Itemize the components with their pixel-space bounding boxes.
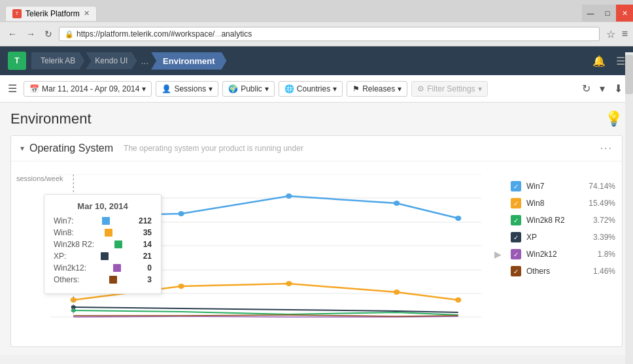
refresh-button[interactable]: ↻ — [579, 80, 593, 97]
tooltip-value: 0 — [147, 263, 152, 273]
filter-settings-icon: ⚙ — [417, 84, 424, 93]
date-range-filter[interactable]: 📅 Mar 11, 2014 - Apr 09, 2014 ▾ — [24, 81, 152, 97]
app-menu-icon[interactable]: ☰ — [616, 55, 625, 67]
countries-filter[interactable]: 🌐 Countries ▾ — [279, 81, 343, 97]
chart-title: Operating System — [29, 142, 113, 154]
chart-body: sessions/week Mar 10, 2014 Win7: 212 Win… — [11, 161, 622, 346]
chart-card: ▾ Operating System The operating system … — [10, 135, 623, 347]
tooltip-row: Win7: 212 — [54, 216, 152, 225]
tooltip-value: 3 — [147, 275, 152, 284]
tooltip-date: Mar 10, 2014 — [54, 201, 152, 211]
tooltip-color-swatch — [113, 264, 121, 272]
legend-item: ✓ Win2k12 1.8% — [511, 249, 615, 259]
legend-label: Win2k12 — [526, 250, 592, 259]
expand-right-icon[interactable]: ▶ — [494, 249, 502, 259]
breadcrumb-item-1[interactable]: Telerik AB — [31, 52, 84, 69]
sessions-filter[interactable]: 👤 Sessions ▾ — [156, 81, 218, 97]
back-button[interactable]: ← — [5, 27, 20, 41]
legend-label: Others — [526, 267, 588, 276]
chart-options-icon[interactable]: ··· — [600, 142, 613, 154]
legend-checkbox[interactable]: ✓ — [511, 266, 521, 276]
breadcrumb-active: Environment — [151, 52, 226, 70]
tooltip-row: XP: 21 — [54, 252, 152, 261]
y-axis-label: sessions/week — [16, 174, 63, 182]
page-title-area: Environment 💡 — [10, 110, 623, 127]
chart-subtitle: The operating system your product is run… — [124, 144, 303, 153]
tooltip-color-swatch — [109, 276, 117, 284]
download-button[interactable]: ⬇ — [611, 80, 625, 97]
app-header: T Telerik AB Kendo UI ... Environment 🔔 … — [0, 46, 633, 75]
tooltip-label: Win8: — [54, 228, 74, 237]
legend-percentage: 1.46% — [593, 267, 615, 276]
legend-checkbox[interactable]: ✓ — [511, 232, 521, 242]
page-content: Environment 💡 ▾ Operating System The ope… — [0, 103, 633, 355]
notifications-bell-icon[interactable]: 🔔 — [592, 55, 606, 67]
legend-label: Win8 — [526, 199, 583, 208]
legend-item: ✓ XP 3.39% — [511, 232, 615, 242]
chart-legend: ✓ Win7 74.14% ✓ Win8 15.49% ✓ Win2k8 R2 … — [504, 168, 622, 340]
toolbar: ☰ 📅 Mar 11, 2014 - Apr 09, 2014 ▾ 👤 Sess… — [0, 75, 633, 103]
svg-point-15 — [178, 211, 184, 216]
svg-point-22 — [394, 290, 400, 295]
tooltip-value: 21 — [143, 252, 152, 261]
tab-favicon: T — [12, 9, 22, 18]
filter-settings-button: ⚙ Filter Settings ▾ — [411, 81, 487, 97]
forward-button[interactable]: → — [24, 27, 38, 41]
view-options-button[interactable]: ▾ — [597, 80, 607, 97]
page-title: Environment — [10, 110, 92, 127]
collapse-icon[interactable]: ▾ — [20, 144, 24, 153]
tooltip-value: 212 — [139, 216, 152, 225]
releases-filter[interactable]: ⚑ Releases ▾ — [347, 81, 407, 97]
tab-close-button[interactable]: ✕ — [84, 9, 90, 18]
browser-tab[interactable]: T Telerik Platform ✕ — [5, 6, 97, 21]
legend-checkbox[interactable]: ✓ — [511, 181, 521, 191]
legend-percentage: 1.8% — [598, 250, 615, 259]
legend-checkbox[interactable]: ✓ — [511, 215, 521, 225]
app-logo: T — [8, 52, 26, 70]
tooltip-value: 35 — [143, 228, 152, 237]
address-input[interactable]: 🔒 https://platform.telerik.com/#workspac… — [59, 27, 600, 41]
legend-label: XP — [526, 233, 588, 242]
legend-item: ✓ Win2k8 R2 3.72% — [511, 215, 615, 225]
tooltip-color-swatch — [101, 252, 109, 260]
reload-button[interactable]: ↻ — [42, 27, 55, 41]
ssl-icon: 🔒 — [65, 30, 74, 39]
expand-arrow-area: ▶ — [492, 168, 504, 340]
legend-label: Win2k8 R2 — [526, 216, 588, 225]
countries-label: Countries — [297, 84, 330, 93]
legend-checkbox[interactable]: ✓ — [511, 198, 521, 208]
scrollbar[interactable] — [625, 52, 633, 364]
date-range-label: Mar 11, 2014 - Apr 09, 2014 — [42, 84, 139, 93]
filter-settings-chevron-icon: ▾ — [478, 84, 482, 93]
filter-settings-label: Filter Settings — [427, 84, 475, 93]
minimize-button[interactable]: — — [582, 5, 599, 22]
tooltip-row: Win8: 35 — [54, 228, 152, 237]
tooltip-color-swatch — [102, 217, 110, 225]
breadcrumb-item-2[interactable]: Kendo UI — [86, 52, 137, 69]
tooltip-label: Win2k8 R2: — [54, 240, 94, 249]
svg-point-18 — [455, 216, 461, 221]
browser-settings-icon[interactable]: ≡ — [622, 28, 628, 40]
close-button[interactable]: ✕ — [616, 5, 633, 22]
legend-checkbox[interactable]: ✓ — [511, 249, 521, 259]
tooltip-rows: Win7: 212 Win8: 35 Win2k8 R2: 14 XP: 21 … — [54, 216, 152, 284]
header-right: 🔔 ☰ — [592, 55, 625, 67]
public-label: Public — [241, 84, 262, 93]
sessions-label: Sessions — [174, 84, 206, 93]
svg-point-21 — [286, 281, 292, 286]
releases-icon: ⚑ — [352, 84, 360, 93]
tooltip-row: Win2k12: 0 — [54, 263, 152, 273]
chart-area: sessions/week Mar 10, 2014 Win7: 212 Win… — [11, 168, 492, 340]
toolbar-menu-icon[interactable]: ☰ — [8, 82, 17, 95]
tooltip-row: Others: 3 — [54, 275, 152, 284]
countries-icon: 🌐 — [284, 84, 294, 93]
legend-percentage: 15.49% — [589, 199, 615, 208]
maximize-button[interactable]: □ — [599, 5, 616, 22]
scrollbar-thumb[interactable] — [625, 55, 633, 94]
public-filter[interactable]: 🌍 Public ▾ — [222, 81, 275, 97]
sessions-icon: 👤 — [162, 84, 171, 93]
tooltip-label: Win7: — [54, 216, 74, 225]
browser-menu-icon[interactable]: ☆ — [606, 28, 615, 41]
svg-point-17 — [394, 201, 400, 206]
browser-chrome: T Telerik Platform ✕ — □ ✕ ← → ↻ 🔒 https… — [0, 0, 633, 46]
